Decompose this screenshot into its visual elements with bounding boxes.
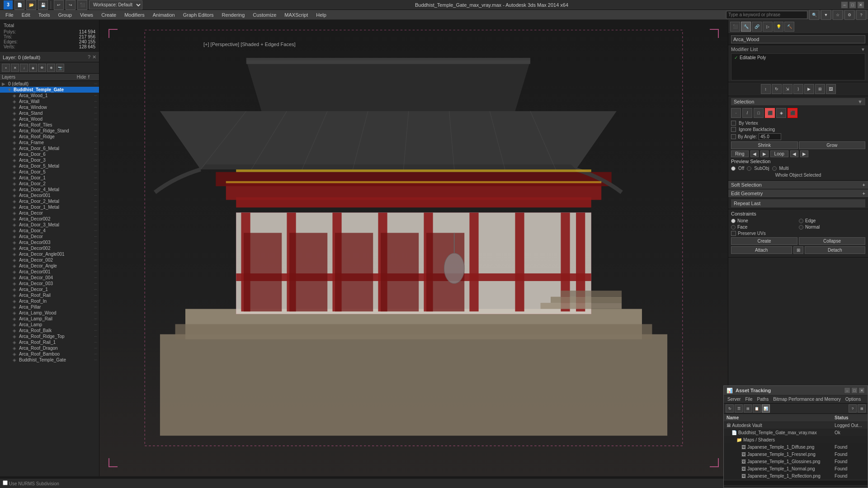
layer-item[interactable]: ◈Arca_Door_2···: [0, 181, 99, 187]
at-table-row[interactable]: 🖼 Japanese_Temple_1_Fresnel.pngFound: [724, 451, 868, 458]
at-server-menu[interactable]: Server: [726, 396, 742, 402]
minimize-btn[interactable]: –: [841, 1, 848, 9]
menu-rendering[interactable]: Rendering: [218, 11, 249, 19]
layer-item[interactable]: ◈Arca_Roof_Ridge_Top···: [0, 333, 99, 339]
layer-item[interactable]: ◈Arca_Decor_1···: [0, 286, 99, 292]
modifier-dropdown-arrow[interactable]: ▼: [861, 47, 865, 52]
layer-item[interactable]: ◈Arca_Door_4···: [0, 228, 99, 234]
constraint-none[interactable]: None: [731, 218, 797, 223]
layer-item[interactable]: ◈Arca_Wall···: [0, 99, 99, 104]
layer-item[interactable]: ◈Arca_Roof_Ridge···: [0, 134, 99, 140]
utilities-tab[interactable]: 🔨: [784, 22, 794, 32]
layer-item[interactable]: ▶0 (default)···: [0, 81, 99, 87]
at-table-row[interactable]: 🏛 Autodesk VaultLogged Out...: [724, 422, 868, 429]
menu-graph-editors[interactable]: Graph Editors: [179, 11, 217, 19]
shrink-btn[interactable]: Shrink: [731, 141, 798, 149]
close-btn[interactable]: ✕: [857, 1, 864, 9]
menu-customize[interactable]: Customize: [249, 11, 280, 19]
ignore-backfacing-checkbox[interactable]: [731, 127, 736, 132]
motion-tab[interactable]: ▷: [763, 22, 773, 32]
viewport[interactable]: [+] [Perspective] [Shaded + Edged Faces]: [99, 20, 728, 476]
at-table-row[interactable]: 🖼 Japanese_Temple_1_Reflection.pngFound: [724, 473, 868, 480]
subobj-radio[interactable]: [747, 166, 751, 171]
menu-animation[interactable]: Animation: [149, 11, 179, 19]
preserve-uvs-checkbox[interactable]: [731, 231, 736, 236]
at-close[interactable]: ✕: [859, 387, 865, 394]
maximize-btn[interactable]: □: [849, 1, 856, 9]
redo-btn[interactable]: ↪: [66, 0, 75, 10]
constraint-normal[interactable]: Normal: [799, 225, 865, 230]
attach-settings-btn[interactable]: ⊞: [793, 246, 803, 254]
soft-selection-header[interactable]: Soft Selection +: [728, 181, 868, 189]
bookmark-icon[interactable]: ☆: [833, 10, 843, 20]
layer-new-btn[interactable]: +: [2, 64, 10, 72]
search-icon[interactable]: 🔍: [809, 10, 819, 20]
active-mode-icon[interactable]: ⬛: [788, 108, 797, 118]
menu-maxscript[interactable]: MAXScript: [281, 11, 311, 19]
menu-tools[interactable]: Tools: [35, 11, 54, 19]
repeat-last-btn[interactable]: Repeat Last: [731, 199, 865, 207]
layer-item[interactable]: ◈Arca_Wood_1···: [0, 93, 99, 99]
help-icon[interactable]: ?: [856, 10, 866, 20]
at-grid-btn[interactable]: ⊞: [744, 404, 752, 413]
layer-item[interactable]: ◈Arca_Door_6···: [0, 151, 99, 157]
layer-freeze-btn[interactable]: ❄: [47, 64, 55, 72]
layer-help-btn[interactable]: ?: [88, 54, 90, 60]
element-icon[interactable]: ◈: [776, 108, 786, 118]
poly-icon[interactable]: ⬛: [765, 108, 775, 118]
hierarchy-tab[interactable]: 🔗: [752, 22, 762, 32]
create-btn[interactable]: Create: [731, 237, 797, 245]
layer-item[interactable]: ◈Arca_Door_3_Metal···: [0, 222, 99, 228]
loop-btn[interactable]: Loop: [770, 150, 788, 157]
layer-add-btn[interactable]: ↓: [20, 64, 28, 72]
at-options-menu[interactable]: Options: [844, 396, 863, 402]
layer-close-btn[interactable]: ✕: [92, 54, 96, 60]
multi-radio[interactable]: [772, 166, 777, 171]
at-detail-btn[interactable]: 📋: [753, 404, 761, 413]
menu-modifiers[interactable]: Modifiers: [121, 11, 148, 19]
menu-group[interactable]: Group: [54, 11, 75, 19]
menu-help[interactable]: Help: [312, 11, 330, 19]
undo-btn[interactable]: ↩: [54, 0, 64, 10]
layer-item[interactable]: ◈Arca_Lamp···: [0, 322, 99, 328]
layer-item[interactable]: ◈Arca_Decor002···: [0, 216, 99, 222]
layer-item[interactable]: ◈Arca_Decor_003···: [0, 281, 99, 286]
constraint-face[interactable]: Face: [731, 225, 797, 230]
layer-item[interactable]: ◈Arca_Door_1···: [0, 175, 99, 181]
layer-render-btn[interactable]: 📷: [56, 64, 64, 72]
transform-select[interactable]: ▶: [804, 84, 814, 94]
workspace-dropdown[interactable]: Workspace: Default: [89, 0, 142, 9]
open-btn[interactable]: 📂: [26, 0, 36, 10]
layer-item[interactable]: ◈Arca_Decor_Angle001···: [0, 251, 99, 257]
edit-geometry-header[interactable]: Edit Geometry +: [728, 189, 868, 197]
at-table-row[interactable]: 📄 Buddhist_Temple_Gate_max_vray.maxOk: [724, 429, 868, 436]
layer-item[interactable]: ◈Arca_Door_5_Metal···: [0, 163, 99, 169]
at-refresh-btn[interactable]: ↻: [726, 404, 734, 413]
layer-item[interactable]: ◈Arca_Roof_In···: [0, 298, 99, 304]
ring-prev-btn[interactable]: ◀: [750, 150, 759, 157]
ring-next-btn[interactable]: ▶: [760, 150, 769, 157]
constraint-edge[interactable]: Edge: [799, 218, 865, 223]
edge-icon[interactable]: /: [742, 108, 752, 118]
transform-render[interactable]: 🖼: [826, 84, 836, 94]
layer-item[interactable]: ◈Arca_Door_3···: [0, 157, 99, 163]
layer-item[interactable]: ◈Arca_Door_2_Metal···: [0, 198, 99, 204]
layer-item[interactable]: ◈Arca_Decor_002···: [0, 257, 99, 263]
detach-btn[interactable]: Detach: [805, 246, 866, 254]
vertex-icon[interactable]: ·: [731, 108, 741, 118]
layer-item[interactable]: ◈Arca_Decor002···: [0, 245, 99, 251]
layer-item[interactable]: ◈Arca_Frame···: [0, 140, 99, 145]
loop-prev-btn[interactable]: ◀: [790, 150, 798, 157]
layer-item[interactable]: ◈Arca_Door_5···: [0, 169, 99, 175]
layer-item[interactable]: ◈Arca_Roof_Balk···: [0, 328, 99, 333]
transform-squash[interactable]: ⟩: [793, 84, 803, 94]
menu-views[interactable]: Views: [76, 11, 97, 19]
layer-item[interactable]: ◈Arca_Roof_Dragon···: [0, 345, 99, 351]
transform-move[interactable]: ↕: [761, 84, 771, 94]
layer-item[interactable]: ◈Arca_Decor001···: [0, 269, 99, 275]
layer-item[interactable]: ◈Arca_Lamp_Rail···: [0, 316, 99, 322]
search-options[interactable]: ▼: [821, 10, 831, 20]
transform-rotate[interactable]: ↻: [772, 84, 782, 94]
collapse-btn[interactable]: Collapse: [799, 237, 865, 245]
at-bitmap-menu[interactable]: Bitmap Performance and Memory: [771, 396, 843, 402]
